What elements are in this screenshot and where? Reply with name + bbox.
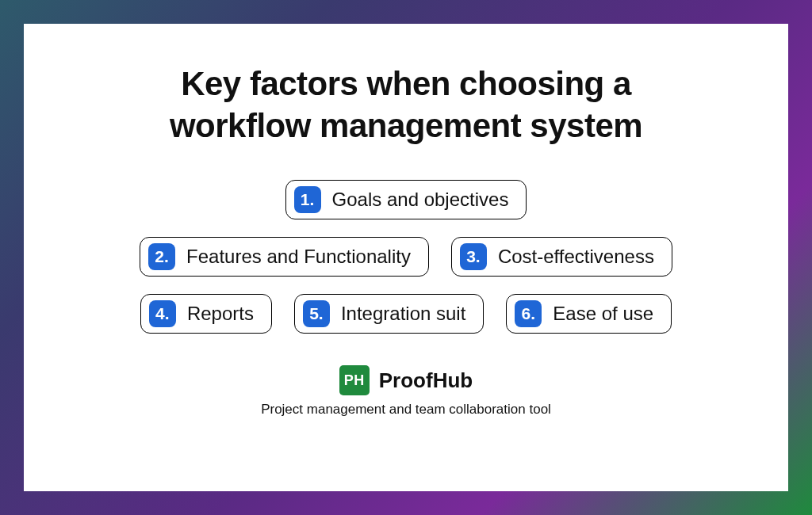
factor-pill: 6. Ease of use [506,294,672,334]
factor-pill: 5. Integration suit [294,294,484,334]
factor-pill: 1. Goals and objectives [285,180,527,219]
factor-row-2: 2. Features and Functionality 3. Cost-ef… [140,237,672,277]
factor-pill: 4. Reports [140,294,272,334]
factor-rows: 1. Goals and objectives 2. Features and … [140,180,672,334]
brand-name: ProofHub [379,368,473,393]
factor-label: Ease of use [553,303,653,325]
factor-label: Integration suit [341,303,465,325]
proofhub-logo-icon: PH [339,365,370,395]
page-title: Key factors when choosing a workflow man… [121,63,691,147]
brand-line: PH ProofHub [339,365,473,395]
factor-label: Features and Functionality [186,246,411,268]
factor-pill: 3. Cost-effectiveness [451,237,672,277]
factor-label: Goals and objectives [332,189,509,211]
factor-label: Cost-effectiveness [498,246,654,268]
factor-number-badge: 4. [149,300,176,327]
factor-number-badge: 6. [515,300,542,327]
factor-label: Reports [187,303,254,325]
factor-pill: 2. Features and Functionality [140,237,429,277]
factor-row-3: 4. Reports 5. Integration suit 6. Ease o… [140,294,672,334]
factor-row-1: 1. Goals and objectives [285,180,527,219]
gradient-frame: Key factors when choosing a workflow man… [0,0,812,515]
brand-tagline: Project management and team collaboratio… [261,402,551,418]
content-card: Key factors when choosing a workflow man… [24,24,788,491]
factor-number-badge: 2. [148,243,175,270]
factor-number-badge: 3. [460,243,487,270]
factor-number-badge: 1. [294,186,321,213]
brand-footer: PH ProofHub Project management and team … [261,365,551,418]
factor-number-badge: 5. [303,300,330,327]
